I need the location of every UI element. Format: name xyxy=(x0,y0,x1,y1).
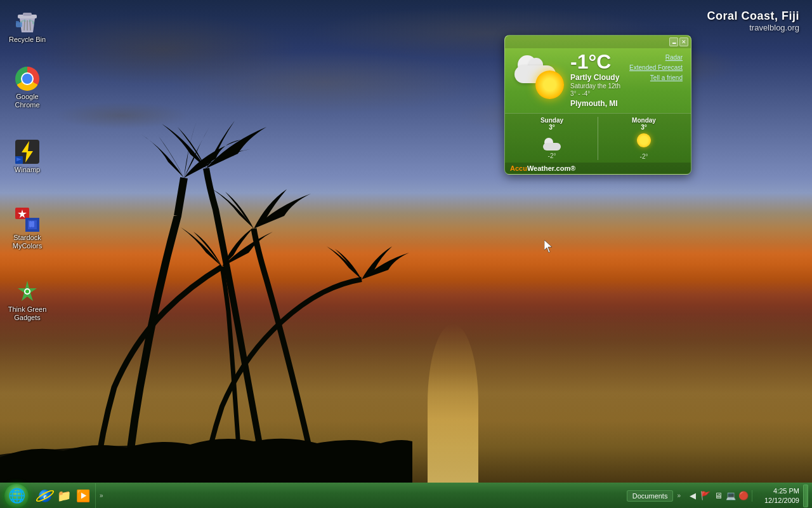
tray-expand-btn[interactable]: » xyxy=(676,492,682,499)
quick-launch-ie[interactable]: e xyxy=(37,488,53,504)
stardock-label-line2: MyColors xyxy=(13,242,42,250)
start-orb: 🌐 xyxy=(4,484,29,508)
quick-launch-folder[interactable]: 📁 xyxy=(56,488,72,504)
mouse-cursor xyxy=(544,240,552,253)
forecast-monday-high: 3° xyxy=(602,124,686,131)
weather-location: Plymouth, MI xyxy=(570,99,629,108)
winamp-label: Winamp xyxy=(15,166,40,174)
show-desktop-button[interactable] xyxy=(803,485,808,507)
tray-monitor2-icon[interactable]: 💻 xyxy=(725,490,737,502)
taskbar-clock: 4:25 PM 12/12/2009 xyxy=(755,486,799,505)
weather-titlebar: 🗕 ✕ xyxy=(505,36,691,48)
wallpaper-site: travelblog.org xyxy=(707,23,799,32)
svg-rect-7 xyxy=(16,21,19,23)
desktop-icon-winamp[interactable]: Winamp xyxy=(5,137,49,177)
svg-point-16 xyxy=(25,290,29,293)
accuweather-logo: AccuWeather.com® xyxy=(510,164,575,172)
tray-monitor-icon[interactable]: 🖥 xyxy=(712,490,724,502)
desktop: Coral Coast, Fiji travelblog.org Recycle… xyxy=(0,0,812,508)
desktop-icon-chrome[interactable]: Google Chrome xyxy=(5,64,49,112)
quick-launch-media[interactable]: ▶️ xyxy=(75,488,91,504)
stardock-label-line1: Stardock xyxy=(13,234,41,242)
recycle-bin-label: Recycle Bin xyxy=(9,36,46,44)
weather-info: -1°C Partly Cloudy Saturday the 12th 3° … xyxy=(567,51,629,108)
tray-icons-area: ◀ 🚩 🖥 💻 🔴 xyxy=(684,490,752,502)
weather-date: Saturday the 12th xyxy=(570,83,629,90)
weather-links: Radar Extended Forecast Tell a friend xyxy=(629,53,686,83)
documents-button[interactable]: Documents xyxy=(627,490,674,502)
chrome-icon xyxy=(15,66,40,91)
forecast-day-sunday: Sunday 3° -2° xyxy=(510,117,594,160)
taskbar-tray: Documents » ◀ 🚩 🖥 💻 🔴 4:25 PM 12/12/2009 xyxy=(623,483,812,509)
start-button[interactable]: 🌐 xyxy=(0,483,33,509)
weather-widget[interactable]: 🗕 ✕ -1°C Partly Cloudy Saturday the 12th… xyxy=(504,35,691,175)
thinkgreen-label-line1: Think Green xyxy=(8,305,47,314)
palm-trees xyxy=(0,51,412,483)
tray-back-icon[interactable]: ◀ xyxy=(687,490,698,502)
forecast-monday-low: -2° xyxy=(602,153,686,160)
svg-rect-6 xyxy=(16,22,22,27)
weather-radar-link[interactable]: Radar xyxy=(665,53,683,63)
tray-flag-icon[interactable]: 🚩 xyxy=(700,490,711,502)
chrome-label-line2: Chrome xyxy=(15,101,39,109)
taskbar: 🌐 e 📁 ▶️ » Documents » xyxy=(0,483,812,508)
weather-main: -1°C Partly Cloudy Saturday the 12th 3° … xyxy=(505,48,691,113)
tray-network-icon[interactable]: 🔴 xyxy=(738,490,749,502)
weather-icon-area xyxy=(510,51,567,102)
forecast-sunday-icon xyxy=(541,133,563,150)
desktop-icon-recycle-bin[interactable]: Recycle Bin xyxy=(5,6,49,46)
taskbar-programs-area xyxy=(105,483,623,509)
forecast-sunday-low: -2° xyxy=(510,152,594,159)
forecast-sunday-high: 3° xyxy=(510,124,594,131)
winamp-icon xyxy=(15,139,40,164)
folder-icon: 📁 xyxy=(57,489,71,503)
start-globe-icon: 🌐 xyxy=(8,488,25,504)
clock-date: 12/12/2009 xyxy=(755,496,799,505)
svg-line-3 xyxy=(24,20,25,30)
weather-sun-icon xyxy=(535,70,564,99)
svg-rect-2 xyxy=(23,13,32,16)
clock-time: 4:25 PM xyxy=(755,486,799,495)
recycle-bin-icon xyxy=(15,9,40,34)
quick-launch-bar: e 📁 ▶️ xyxy=(33,483,96,509)
weather-extended-link[interactable]: Extended Forecast xyxy=(629,63,683,73)
forecast-day-monday: Monday 3° -2° xyxy=(602,117,686,160)
ie-icon: e xyxy=(39,490,51,502)
weather-forecast: Sunday 3° -2° Monday 3° -2° xyxy=(505,113,691,163)
stardock-icon xyxy=(15,207,40,232)
svg-line-5 xyxy=(30,20,30,30)
wallpaper-location: Coral Coast, Fiji xyxy=(707,10,799,23)
media-player-icon: ▶️ xyxy=(76,489,90,503)
forecast-monday-name: Monday xyxy=(602,117,686,124)
expand-quick-launch[interactable]: » xyxy=(98,492,105,499)
thinkgreen-label-line2: Gadgets xyxy=(14,314,41,322)
weather-temperature: -1°C xyxy=(570,51,629,72)
desktop-icon-thinkgreen[interactable]: Think Green Gadgets xyxy=(5,276,49,324)
water-reflection xyxy=(428,324,478,483)
weather-tellfriend-link[interactable]: Tell a friend xyxy=(650,73,683,83)
weather-condition: Partly Cloudy xyxy=(570,73,629,82)
weather-temp-range: 3° - -4° xyxy=(570,90,629,97)
forecast-sunday-name: Sunday xyxy=(510,117,594,124)
weather-minimize-btn[interactable]: 🗕 xyxy=(669,37,678,46)
wallpaper-credit: Coral Coast, Fiji travelblog.org xyxy=(707,10,799,32)
weather-footer: AccuWeather.com® xyxy=(505,163,691,174)
weather-close-btn[interactable]: ✕ xyxy=(679,37,688,46)
thinkgreen-icon xyxy=(15,279,40,304)
chrome-label-line1: Google xyxy=(16,93,38,101)
desktop-icon-stardock[interactable]: Stardock MyColors xyxy=(5,204,49,253)
forecast-monday-icon xyxy=(633,133,655,151)
